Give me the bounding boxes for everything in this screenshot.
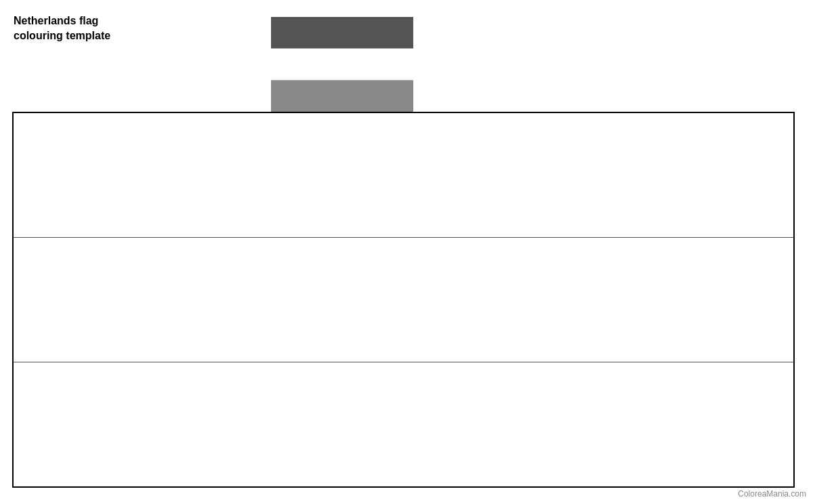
flag-template [12,112,795,488]
watermark: ColoreaMania.com [738,489,806,499]
flag-template-top-stripe [14,113,793,238]
page-title: Netherlands flag colouring template [14,14,110,44]
flag-thumbnail [271,17,413,112]
flag-thumbnail-stripe-top [271,17,413,48]
flag-template-middle-stripe [14,238,793,362]
flag-thumbnail-stripe-bottom [271,81,413,112]
title-block: Netherlands flag colouring template [14,14,110,44]
page-container: Netherlands flag colouring template Colo… [0,0,813,504]
flag-template-bottom-stripe [14,362,793,486]
flag-thumbnail-stripe-middle [271,48,413,81]
